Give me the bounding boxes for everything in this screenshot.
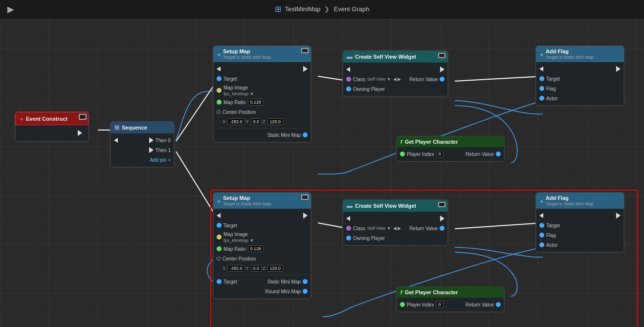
x-value[interactable]: -282.0 (227, 118, 245, 125)
fps-minimap-label: fps_MiniMap ▼ (223, 91, 254, 96)
blueprint-canvas: ⬦ Event Construct ⊞ Sequence (0, 19, 644, 327)
header-bar: ▶ ⊞ TestMiniMap ❯ Event Graph (0, 0, 644, 19)
x-value-2[interactable]: -282.0 (227, 265, 245, 272)
class-pin-label: Class (353, 77, 365, 82)
create-widget-2-label: Create Self View Widget (355, 203, 416, 209)
add-flag-2-subtitle: Target is Static Mini Map (546, 201, 594, 206)
static-mini-map-out-label: Static Mini Map (267, 132, 301, 138)
player-index-label-2: Player Index (407, 302, 434, 307)
add-flag-target-2: Target (546, 223, 560, 228)
create-widget-node-1: ▬ Create Self View Widget Class Self Vie… (342, 50, 448, 97)
add-flag-flag-1: Flag (546, 86, 555, 91)
owning-player-label-2: Owning Player (353, 236, 385, 241)
fps-minimap-label-2: fps_MiniMap ▼ (223, 238, 254, 243)
map-image-label-2: Map Image (223, 232, 248, 237)
center-pos-label-2: Center Position (222, 256, 256, 262)
return-val-player-2: Return Value (466, 302, 494, 307)
breadcrumb-graph: Event Graph (333, 5, 369, 13)
static-mini-map-out-label-2: Static Mini Map (267, 279, 301, 284)
player-index-val-1[interactable]: 0 (436, 151, 444, 157)
map-ratio-value-2[interactable]: 0.128 (248, 245, 264, 252)
y-value-2[interactable]: 0.0 (251, 265, 262, 272)
player-index-val-2[interactable]: 0 (436, 301, 444, 308)
x-label: X (222, 119, 225, 124)
map-image-label: Map Image (223, 85, 248, 90)
return-value-label-1: Return Value (409, 77, 438, 82)
class-pin-label-2: Class (353, 226, 365, 231)
z-label: Z (263, 119, 266, 124)
y-label: Y (246, 119, 249, 124)
add-flag-actor-2: Actor (546, 242, 557, 248)
return-val-player-1: Return Value (466, 152, 494, 157)
add-flag-node-2: ⬦ Add Flag Target is Static Mini Map Tar… (535, 192, 624, 253)
self-view-label: Self View ▼ (367, 77, 391, 82)
breadcrumb-sep: ❯ (324, 5, 330, 13)
setup-map-2-label: Setup Map (223, 195, 250, 201)
exec-out-pin (19, 128, 85, 138)
setup-map-2-subtitle: Target is Static Mini Map (223, 201, 271, 206)
sequence-label: Sequence (122, 125, 147, 131)
self-view-label-2: Self View ▼ (367, 226, 391, 231)
return-value-label-2: Return Value (409, 226, 438, 231)
event-construct-node: ⬦ Event Construct (15, 111, 89, 142)
map-ratio-label: Map Ratio (223, 100, 246, 105)
get-player-char-node-1: f Get Player Character Player Index 0 Re… (396, 136, 505, 162)
create-widget-1-label: Create Self View Widget (355, 54, 416, 60)
owning-player-label-1: Owning Player (353, 87, 385, 92)
add-pin-label[interactable]: Add pin + (150, 157, 171, 163)
center-pos-label: Center Position (222, 109, 256, 115)
get-player-char-node-2: f Get Player Character Player Index 0 Re… (396, 286, 505, 312)
add-flag-1-subtitle: Target is Static Mini Map (546, 55, 594, 60)
map-ratio-value[interactable]: 0.128 (248, 99, 264, 106)
target-pin-label: Target (223, 76, 237, 82)
sequence-node: ⊞ Sequence Then 0 Then 1 Add pin + (110, 121, 175, 168)
map-ratio-label-2: Map Ratio (223, 246, 246, 252)
round-mini-map-label: Round Mini Map (265, 289, 301, 294)
target-out-label-2: Target (223, 279, 237, 284)
then1-label: Then 1 (155, 148, 171, 153)
add-flag-flag-2: Flag (546, 233, 555, 238)
blueprint-icon: ⊞ (275, 4, 281, 14)
breadcrumb: ⊞ TestMiniMap ❯ Event Graph (275, 4, 370, 14)
create-widget-node-2: ▬ Create Self View Widget Class Self Vie… (342, 199, 448, 246)
then0-label: Then 0 (155, 138, 171, 143)
breadcrumb-project: TestMiniMap (285, 5, 321, 13)
setup-map-node-1: ⬦ Setup Map Target is Static Mini Map Ta… (213, 45, 311, 143)
get-player-1-label: Get Player Character (405, 139, 458, 145)
setup-map-1-label: Setup Map (223, 48, 250, 54)
add-flag-target-1: Target (546, 76, 560, 82)
player-index-label-1: Player Index (407, 152, 434, 157)
setup-map-node-2: ⬦ Setup Map Target is Static Mini Map Ta… (213, 192, 311, 299)
back-button[interactable]: ▶ (7, 4, 14, 15)
add-flag-2-label: Add Flag (546, 195, 569, 201)
add-flag-actor-1: Actor (546, 96, 557, 101)
add-flag-node-1: ⬦ Add Flag Target is Static Mini Map Tar… (535, 45, 624, 106)
z-value[interactable]: 120.0 (267, 118, 284, 125)
get-player-2-label: Get Player Character (405, 289, 458, 295)
z-value-2[interactable]: 120.0 (267, 265, 284, 272)
y-value[interactable]: 0.0 (251, 118, 262, 125)
event-construct-label: Event Construct (26, 116, 67, 122)
add-flag-1-label: Add Flag (546, 48, 569, 54)
setup-map-1-subtitle: Target is Static Mini Map (223, 55, 271, 60)
target-pin-label-2: Target (223, 223, 237, 228)
